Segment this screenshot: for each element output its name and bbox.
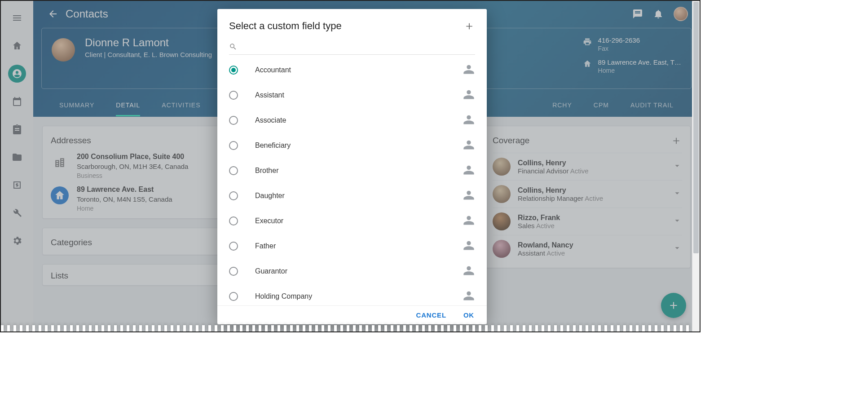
option-row[interactable]: Executor — [217, 208, 487, 234]
option-row[interactable]: Accountant — [217, 57, 487, 83]
option-row[interactable]: Guarantor — [217, 259, 487, 284]
radio-selected[interactable] — [229, 66, 238, 75]
person-icon — [463, 239, 475, 253]
radio-unselected[interactable] — [229, 267, 238, 276]
option-label: Associate — [255, 116, 463, 124]
radio-unselected[interactable] — [229, 191, 238, 200]
option-label: Daughter — [255, 192, 463, 200]
torn-edge — [1, 325, 692, 331]
radio-unselected[interactable] — [229, 242, 238, 251]
dialog-search[interactable] — [229, 41, 475, 55]
option-label: Brother — [255, 167, 463, 175]
person-icon — [463, 289, 475, 304]
option-row[interactable]: Assistant — [217, 83, 487, 108]
option-row[interactable]: Brother — [217, 158, 487, 183]
option-row[interactable]: Holding Company — [217, 284, 487, 305]
radio-unselected[interactable] — [229, 91, 238, 100]
dialog-title: Select a custom field type — [229, 20, 342, 32]
option-row[interactable]: Daughter — [217, 183, 487, 208]
option-row[interactable]: Father — [217, 234, 487, 259]
search-icon — [229, 43, 237, 51]
option-label: Beneficiary — [255, 141, 463, 150]
dialog-add[interactable]: ＋ — [463, 18, 475, 34]
person-icon — [463, 214, 475, 228]
radio-unselected[interactable] — [229, 216, 238, 225]
option-label: Guarantor — [255, 267, 463, 275]
window-scrollbar[interactable] — [692, 1, 700, 331]
cancel-button[interactable]: CANCEL — [416, 311, 446, 319]
option-row[interactable]: Beneficiary — [217, 133, 487, 158]
dialog-search-input[interactable] — [241, 43, 475, 51]
dialog-options[interactable]: AccountantAssistantAssociateBeneficiaryB… — [217, 55, 487, 305]
option-label: Assistant — [255, 91, 463, 99]
person-icon — [463, 189, 475, 203]
radio-unselected[interactable] — [229, 166, 238, 175]
option-label: Accountant — [255, 66, 463, 74]
person-icon — [463, 63, 475, 77]
radio-unselected[interactable] — [229, 292, 238, 301]
custom-field-dialog: Select a custom field type ＋ AccountantA… — [217, 9, 487, 324]
option-row[interactable]: Associate — [217, 108, 487, 133]
radio-unselected[interactable] — [229, 141, 238, 150]
ok-button[interactable]: OK — [463, 311, 474, 319]
person-icon — [463, 88, 475, 102]
option-label: Holding Company — [255, 292, 463, 300]
person-icon — [463, 264, 475, 278]
person-icon — [463, 113, 475, 128]
radio-unselected[interactable] — [229, 116, 238, 125]
person-icon — [463, 163, 475, 178]
scrollbar-thumb[interactable] — [693, 2, 699, 253]
option-label: Executor — [255, 217, 463, 225]
person-icon — [463, 138, 475, 153]
option-label: Father — [255, 242, 463, 250]
